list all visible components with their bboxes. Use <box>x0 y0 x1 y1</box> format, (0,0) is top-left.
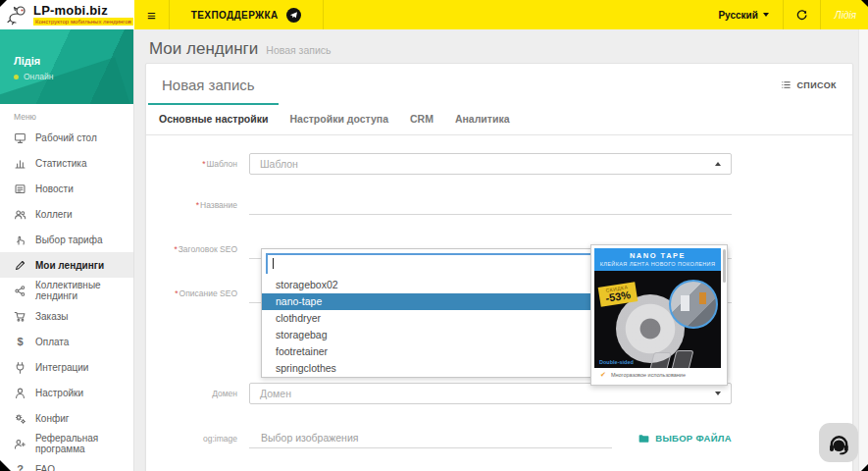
sidebar-item-desktop[interactable]: Рабочий стол <box>0 125 133 150</box>
sidebar: Лідія Онлайн Меню Рабочий стол Статистик… <box>0 29 134 471</box>
tab-analytics[interactable]: Аналитика <box>444 103 521 134</box>
usage-inset-photo <box>669 280 718 329</box>
logo-title: LP-mobi.biz <box>33 4 133 18</box>
page-title: Мои лендинги <box>149 39 258 58</box>
og-image-label: og:image <box>146 434 249 444</box>
refresh-button[interactable] <box>783 0 820 29</box>
plug-icon <box>14 361 26 374</box>
users-icon <box>14 208 26 221</box>
page-header: Мои лендингиНовая запись <box>149 39 332 59</box>
og-image-input[interactable] <box>249 428 612 448</box>
folder-icon <box>638 433 650 445</box>
user-icon <box>14 387 26 399</box>
choose-file-button[interactable]: ВЫБОР ФАЙЛА <box>638 433 732 445</box>
template-label: *Шаблон <box>146 159 249 169</box>
record-card: Новая запись СПИСОК Основные настройки Н… <box>145 63 853 471</box>
sidebar-user-panel: Лідія Онлайн <box>0 29 133 104</box>
support-label: ТЕХПОДДЕРЖКА <box>191 10 279 21</box>
hamburger-icon: ≡ <box>147 7 156 24</box>
card-title: Новая запись <box>162 77 255 93</box>
sidebar-item-tariff[interactable]: Выбор тарифа <box>0 227 133 252</box>
preview-note: Double-sided <box>599 359 634 365</box>
sidebar-item-orders[interactable]: Заказы <box>0 303 133 329</box>
chevron-down-icon <box>715 392 721 395</box>
sidebar-item-settings[interactable]: Настройки <box>0 380 133 405</box>
sidebar-item-payment[interactable]: $ Оплата <box>0 329 133 354</box>
tab-access-settings[interactable]: Настройки доступа <box>279 103 399 134</box>
dollar-icon: $ <box>14 336 26 347</box>
language-label: Русский <box>718 10 757 21</box>
list-button[interactable]: СПИСОК <box>781 79 837 90</box>
tech-support-link[interactable]: ТЕХПОДДЕРЖКА <box>169 0 324 29</box>
text-cursor <box>273 258 274 269</box>
sidebar-item-config[interactable]: Конфиг <box>0 405 133 431</box>
cart-icon <box>14 310 26 323</box>
topbar-spacer <box>324 0 705 29</box>
preview-title: NANO TAPE <box>596 251 719 260</box>
preview-subtitle: КЛЕЙКАЯ ЛЕНТА НОВОГО ПОКОЛЕНИЯ <box>596 261 719 267</box>
chevron-down-icon <box>763 13 769 17</box>
username-label: Лідія <box>835 10 856 21</box>
name-label: *Название <box>146 200 249 210</box>
app-logo[interactable]: LP-mobi.biz Конструктор мобильных лендин… <box>0 0 134 29</box>
og-image-row: og:image ВЫБОР ФАЙЛА <box>146 428 732 448</box>
list-icon <box>781 79 791 90</box>
template-row: *Шаблон Шаблон <box>146 153 732 175</box>
support-chat-button[interactable] <box>819 423 858 462</box>
chevron-up-icon <box>715 162 721 166</box>
sidebar-item-integrations[interactable]: Интеграции <box>0 354 133 380</box>
preview-feature-row: ✔ Многоразовое использование <box>594 368 721 382</box>
domain-label: Домен <box>146 389 249 398</box>
topbar: ≡ ТЕХПОДДЕРЖКА Русский Лідія <box>134 0 868 29</box>
refresh-icon <box>795 9 808 22</box>
seo-title-label: *Заголовок SEO <box>146 244 249 254</box>
tab-bar: Основные настройки Настройки доступа CRM… <box>146 103 852 135</box>
sidebar-item-colleagues[interactable]: Коллеги <box>0 201 133 227</box>
seo-desc-label: *Описание SEO <box>146 288 249 298</box>
sidebar-item-news[interactable]: Новости <box>0 176 133 201</box>
hand-pointer-icon <box>14 234 26 246</box>
telegram-icon <box>286 8 301 23</box>
sidebar-item-referral[interactable]: Реферальная программа <box>0 431 133 456</box>
frame-corner <box>861 464 868 471</box>
check-icon: ✔ <box>600 371 606 379</box>
language-dropdown[interactable]: Русский <box>704 0 782 29</box>
preview-scrollbar[interactable] <box>723 249 726 283</box>
preview-product-photo: СКИДКА -53% Double-sided <box>594 271 721 368</box>
name-input[interactable] <box>249 194 732 215</box>
domain-select[interactable]: Домен <box>249 383 732 404</box>
online-status-dot <box>14 75 19 79</box>
sidebar-item-my-landings[interactable]: Мои лендинги <box>0 252 133 278</box>
headset-icon <box>826 430 851 455</box>
desktop-icon <box>14 131 26 144</box>
record-form: *Шаблон Шаблон *Название *Заголовок SEO … <box>146 135 852 459</box>
logo-tagline: Конструктор мобильных лендингов <box>33 18 133 26</box>
tab-crm[interactable]: CRM <box>399 103 444 134</box>
landing-pen-icon <box>14 259 26 272</box>
dog-mascot-icon <box>6 4 29 26</box>
template-select[interactable]: Шаблон <box>249 153 732 175</box>
user-plus-icon <box>14 438 26 450</box>
sidebar-item-statistics[interactable]: Статистика <box>0 150 133 176</box>
news-icon <box>14 183 26 195</box>
tab-main-settings[interactable]: Основные настройки <box>148 103 279 134</box>
menu-section-label: Меню <box>14 112 133 122</box>
sidebar-toggle-button[interactable]: ≡ <box>134 0 169 29</box>
question-icon: ? <box>14 463 26 471</box>
domain-row: Домен Домен <box>146 383 732 404</box>
sidebar-item-collective-landings[interactable]: Коллективные лендинги <box>0 278 133 303</box>
share-icon <box>14 285 26 297</box>
template-preview-popup: NANO TAPE КЛЕЙКАЯ ЛЕНТА НОВОГО ПОКОЛЕНИЯ… <box>590 244 728 386</box>
breadcrumb: Новая запись <box>266 44 331 56</box>
name-row: *Название <box>146 194 732 215</box>
bar-chart-icon <box>14 157 26 170</box>
sidebar-user-name: Лідія <box>14 55 40 67</box>
frame-corner <box>0 460 11 471</box>
frame-corner <box>0 0 7 7</box>
sidebar-user-status: Онлайн <box>14 72 53 81</box>
sidebar-item-faq[interactable]: ? FAQ <box>0 456 133 471</box>
frame-corner <box>861 0 868 7</box>
template-preview-image: NANO TAPE КЛЕЙКАЯ ЛЕНТА НОВОГО ПОКОЛЕНИЯ… <box>594 248 721 382</box>
gears-icon <box>14 412 26 425</box>
page-scrollbar[interactable] <box>858 29 868 471</box>
